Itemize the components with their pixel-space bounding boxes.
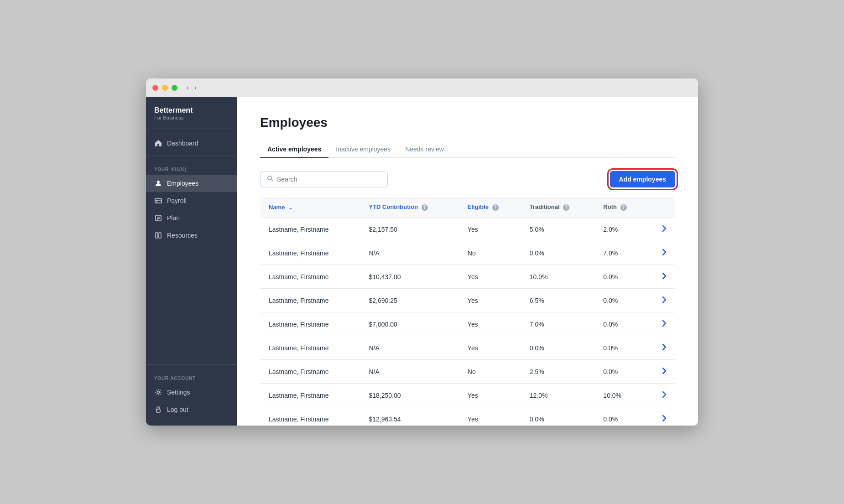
cell-ytd: $12,963.54 [360, 407, 459, 426]
traditional-info-icon[interactable]: ? [563, 204, 569, 211]
table-row[interactable]: Lastname, Firstname N/A No 0.0% 7.0% [260, 241, 675, 265]
cell-eligible: Yes [459, 289, 521, 312]
search-box[interactable] [260, 171, 388, 187]
sidebar-label-plan: Plan [167, 214, 180, 222]
minimize-button[interactable] [162, 85, 168, 91]
sidebar-account: YOUR ACCOUNT Settings [146, 364, 237, 426]
close-button[interactable] [152, 85, 158, 91]
person-icon [154, 179, 162, 187]
svg-rect-11 [156, 409, 160, 412]
sidebar-item-settings[interactable]: Settings [146, 384, 237, 401]
sidebar-item-dashboard[interactable]: Dashboard [146, 135, 237, 152]
col-header-eligible: Eligible ? [459, 197, 521, 218]
tab-inactive-employees[interactable]: Inactive employees [328, 141, 398, 158]
cell-traditional: 12.0% [521, 384, 595, 407]
cell-eligible: Yes [459, 218, 521, 241]
sidebar-item-payroll[interactable]: Payroll [146, 192, 237, 209]
col-header-traditional: Traditional ? [521, 197, 595, 218]
svg-point-10 [157, 391, 160, 394]
tabs: Active employees Inactive employees Need… [260, 141, 675, 158]
table-body: Lastname, Firstname $2,157.50 Yes 5.0% 2… [260, 218, 675, 426]
payroll-icon [154, 197, 162, 205]
nav-back-button[interactable]: ‹ [185, 83, 191, 92]
svg-point-0 [157, 181, 160, 183]
cell-ytd: N/A [360, 336, 459, 360]
cell-traditional: 0.0% [521, 241, 595, 265]
cell-traditional: 6.5% [521, 289, 595, 312]
row-detail-button[interactable] [647, 336, 675, 360]
sidebar-section-account: YOUR ACCOUNT [146, 369, 237, 384]
sidebar-nav: Dashboard YOUR 401(K) Employees [146, 129, 237, 364]
tab-needs-review[interactable]: Needs review [398, 141, 451, 158]
cell-traditional: 5.0% [521, 218, 595, 241]
sort-icon: ⌄ [288, 205, 292, 211]
table-header: Name ⌄ YTD Contribution ? Eligible ? T [260, 197, 675, 218]
cell-roth: 0.0% [595, 265, 647, 289]
cell-eligible: No [459, 360, 521, 384]
cell-eligible: Yes [459, 407, 521, 426]
row-detail-button[interactable] [647, 312, 675, 336]
cell-ytd: $7,000.00 [360, 312, 459, 336]
nav-buttons: ‹ › [185, 83, 198, 92]
nav-forward-button[interactable]: › [193, 83, 198, 92]
sidebar-label-resources: Resources [167, 232, 198, 239]
table-row[interactable]: Lastname, Firstname $2,157.50 Yes 5.0% 2… [260, 218, 675, 241]
cell-roth: 0.0% [595, 312, 647, 336]
cell-traditional: 0.0% [521, 407, 595, 426]
cell-traditional: 10.0% [521, 265, 595, 289]
col-header-roth: Roth ? [595, 197, 647, 218]
row-detail-button[interactable] [647, 241, 675, 265]
table-row[interactable]: Lastname, Firstname N/A No 2.5% 0.0% [260, 360, 675, 384]
cell-name: Lastname, Firstname [260, 289, 361, 312]
sidebar-divider [146, 156, 237, 156]
cell-eligible: Yes [459, 265, 521, 289]
ytd-info-icon[interactable]: ? [422, 204, 428, 211]
row-detail-button[interactable] [647, 289, 675, 312]
table-row[interactable]: Lastname, Firstname $2,690.25 Yes 6.5% 0… [260, 289, 675, 312]
sidebar-label-dashboard: Dashboard [167, 140, 198, 147]
eligible-info-icon[interactable]: ? [492, 204, 499, 211]
cell-roth: 0.0% [595, 289, 647, 312]
sidebar-label-employees: Employees [167, 180, 198, 187]
cell-roth: 2.0% [595, 218, 647, 241]
cell-eligible: Yes [459, 336, 521, 360]
maximize-button[interactable] [172, 85, 177, 91]
svg-line-13 [271, 180, 273, 182]
resources-icon [154, 231, 162, 239]
row-detail-button[interactable] [647, 218, 675, 241]
row-detail-button[interactable] [647, 407, 675, 426]
sidebar-item-logout[interactable]: Log out [146, 401, 237, 418]
browser-chrome: ‹ › [146, 78, 698, 97]
row-detail-button[interactable] [647, 360, 675, 384]
cell-roth: 0.0% [595, 407, 647, 426]
add-employees-button[interactable]: Add employees [610, 171, 675, 187]
tab-active-employees[interactable]: Active employees [260, 141, 328, 158]
sidebar-item-resources[interactable]: Resources [146, 227, 237, 244]
cell-roth: 10.0% [595, 384, 647, 407]
col-header-name[interactable]: Name ⌄ [260, 197, 361, 218]
row-detail-button[interactable] [647, 265, 675, 289]
cell-traditional: 0.0% [521, 336, 595, 360]
search-input[interactable] [277, 176, 381, 183]
sidebar-item-plan[interactable]: Plan [146, 209, 237, 227]
brand-name: Betterment [154, 106, 229, 114]
table-row[interactable]: Lastname, Firstname $12,963.54 Yes 0.0% … [260, 407, 675, 426]
main-content: Employees Active employees Inactive empl… [237, 97, 698, 426]
row-detail-button[interactable] [647, 384, 675, 407]
sidebar-label-settings: Settings [167, 389, 190, 396]
cell-name: Lastname, Firstname [260, 265, 361, 289]
sidebar-item-employees[interactable]: Employees [146, 175, 237, 192]
table-row[interactable]: Lastname, Firstname $18,250.00 Yes 12.0%… [260, 384, 675, 407]
cell-ytd: $2,690.25 [360, 289, 459, 312]
table-row[interactable]: Lastname, Firstname N/A Yes 0.0% 0.0% [260, 336, 675, 360]
cell-ytd: N/A [360, 241, 459, 265]
table-row[interactable]: Lastname, Firstname $10,437.00 Yes 10.0%… [260, 265, 675, 289]
roth-info-icon[interactable]: ? [620, 204, 627, 211]
plan-icon [154, 214, 162, 222]
cell-name: Lastname, Firstname [260, 336, 361, 360]
cell-ytd: $10,437.00 [360, 265, 459, 289]
table-row[interactable]: Lastname, Firstname $7,000.00 Yes 7.0% 0… [260, 312, 675, 336]
cell-name: Lastname, Firstname [260, 384, 361, 407]
cell-name: Lastname, Firstname [260, 218, 361, 241]
svg-rect-8 [156, 233, 158, 238]
